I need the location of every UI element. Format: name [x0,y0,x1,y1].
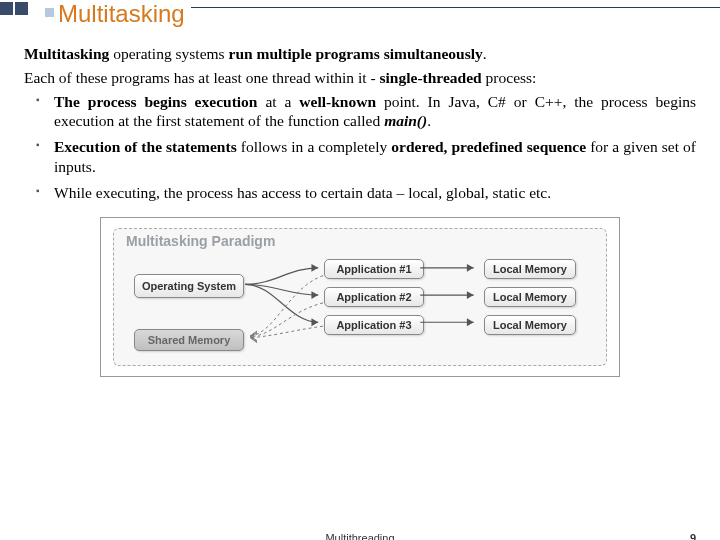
shared-memory-box: Shared Memory [134,329,244,351]
bullet-list: The process begins execution at a well-k… [24,92,696,203]
app-box: Application #1 [324,259,424,279]
header-decoration [0,0,56,17]
svg-marker-2 [311,318,318,326]
second-paragraph: Each of these programs has at least one … [24,68,696,88]
svg-marker-8 [467,318,474,326]
deco-gap [30,2,43,15]
deco-square [15,2,28,15]
app-box: Application #2 [324,287,424,307]
diagram-panel: Multitasking Paradigm Operating System S… [113,228,607,366]
memory-box: Local Memory [484,315,576,335]
list-item: Execution of the statements follows in a… [54,137,696,177]
memory-box: Local Memory [484,287,576,307]
deco-square [0,2,13,15]
svg-marker-4 [467,264,474,272]
footer-center-text: Multithreading [325,532,394,540]
intro-paragraph: Multitasking operating systems run multi… [24,44,696,64]
svg-marker-1 [311,291,318,299]
svg-marker-6 [467,291,474,299]
diagram-title: Multitasking Paradigm [126,233,275,251]
list-item: While executing, the process has access … [54,183,696,203]
page-number: 9 [690,532,696,540]
os-box: Operating System [134,274,244,298]
memory-box: Local Memory [484,259,576,279]
svg-marker-0 [311,264,318,272]
list-item: The process begins execution at a well-k… [54,92,696,132]
diagram-container: Multitasking Paradigm Operating System S… [100,217,620,377]
header-bar: Multitasking [0,0,720,28]
app-box: Application #3 [324,315,424,335]
content-area: Multitasking operating systems run multi… [0,28,720,377]
deco-square [45,8,54,17]
slide-title: Multitasking [58,0,191,28]
